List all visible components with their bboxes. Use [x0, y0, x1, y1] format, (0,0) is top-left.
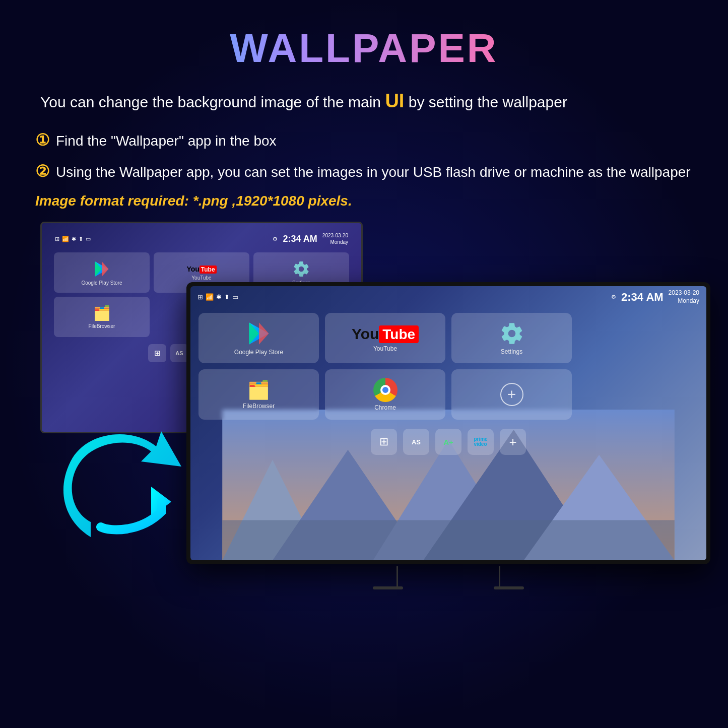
dock-as-icon: AS	[170, 344, 188, 362]
large-statusbar: ⊞ 📶 ✱ ⬆ ▭ ⚙ 2:34 AM 2023-03-20 Monday	[190, 286, 706, 308]
add-icon: +	[500, 383, 523, 406]
page-container: WALLPAPER You can change the background …	[0, 0, 728, 728]
tv-large-screen: ⊞ 📶 ✱ ⬆ ▭ ⚙ 2:34 AM 2023-03-20 Monday	[190, 286, 706, 560]
large-status-right: ⚙ 2:34 AM 2023-03-20 Monday	[611, 289, 699, 305]
large-play-store-icon	[246, 320, 272, 347]
screens-area: ⊞ 📶 ✱ ⬆ ▭ ⚙ 2:34 AM 2023-03-20 Monday	[30, 222, 698, 584]
stand-foot-left	[373, 586, 403, 589]
stand-foot-right	[494, 586, 524, 589]
small-youtube-logo: YouTube	[186, 265, 216, 273]
arrow-container	[60, 431, 202, 544]
large-dock-as: AS	[403, 429, 429, 455]
large-settings-icon	[499, 321, 524, 346]
large-status-icons: ⊞ 📶 ✱ ⬆ ▭	[197, 293, 238, 301]
large-youtube-logo: YouTube	[352, 324, 419, 343]
settings-icon	[292, 260, 310, 278]
large-playstore-tile: Google Play Store	[198, 313, 319, 363]
page-title: WALLPAPER	[30, 25, 698, 72]
tv-large-bezel: ⊞ 📶 ✱ ⬆ ▭ ⚙ 2:34 AM 2023-03-20 Monday	[186, 282, 710, 564]
small-status-right: ⚙ 2:34 AM 2023-03-20 Monday	[273, 232, 348, 245]
small-statusbar: ⊞ 📶 ✱ ⬆ ▭ ⚙ 2:34 AM 2023-03-20 Monday	[48, 229, 355, 248]
large-app-grid: Google Play Store YouTube YouTube	[190, 308, 706, 425]
small-status-icons: ⊞ 📶 ✱ ⬆ ▭	[55, 236, 91, 242]
dock-grid-icon: ⊞	[148, 344, 166, 362]
svg-rect-10	[222, 520, 675, 560]
step-2: ② Using the Wallpaper app, you can set t…	[30, 162, 698, 183]
svg-marker-13	[259, 323, 269, 345]
stand-leg-right	[499, 566, 500, 586]
large-filebrowser-tile: 🗂️ FileBrowser	[198, 369, 319, 420]
large-settings-tile: Settings	[451, 313, 572, 363]
large-dock-grid: ⊞	[371, 429, 397, 455]
large-dock-plus: +	[500, 429, 526, 455]
tv-stand-legs	[186, 566, 710, 586]
tv-large-container: ⊞ 📶 ✱ ⬆ ▭ ⚙ 2:34 AM 2023-03-20 Monday	[186, 282, 710, 584]
arrow-icon	[60, 431, 202, 542]
large-dock-a: A+	[435, 429, 461, 455]
step-1: ① Find the "Wallpaper" app in the box	[30, 130, 698, 152]
small-playstore-tile: Google Play Store	[54, 252, 150, 293]
large-dock-prime: primevideo	[468, 429, 494, 455]
tv-stand-base	[186, 586, 710, 589]
image-format-notice: Image format required: *.png ,1920*1080 …	[30, 193, 698, 209]
filebrowser-icon: 🗂️	[247, 379, 270, 401]
large-dock: ⊞ AS A+ primevideo +	[190, 425, 706, 459]
small-filebrowser-tile: 🗂️ FileBrowser	[54, 297, 150, 337]
stand-leg-left	[396, 566, 398, 586]
chrome-icon	[373, 378, 398, 402]
description: You can change the background image of t…	[30, 87, 698, 115]
large-chrome-tile: Chrome	[325, 369, 445, 420]
large-youtube-tile: YouTube YouTube	[325, 313, 445, 363]
play-store-icon	[93, 260, 111, 278]
large-add-tile: +	[451, 369, 572, 420]
svg-marker-2	[102, 261, 109, 277]
